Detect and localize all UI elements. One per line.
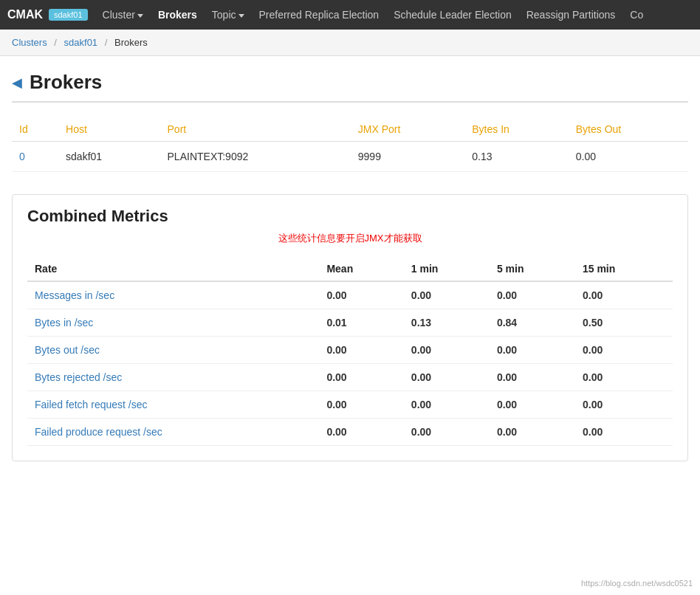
nav-reassign-partitions[interactable]: Reassign Partitions [521, 0, 622, 30]
metric-mean: 0.00 [319, 364, 403, 391]
metric-15min: 0.00 [575, 419, 673, 446]
caret-icon-topic [239, 14, 244, 18]
brokers-table-header-row: Id Host Port JMX Port Bytes In Bytes Out [12, 117, 688, 142]
main-content: ◀ Brokers Id Host Port JMX Port Bytes In… [0, 56, 700, 476]
metric-name: Bytes in /sec [27, 309, 319, 337]
metric-5min: 0.00 [490, 364, 575, 391]
list-item: Failed produce request /sec 0.00 0.00 0.… [27, 419, 673, 446]
metrics-notice: 这些统计信息要开启JMX才能获取 [27, 232, 673, 245]
col-header-bytes-out: Bytes Out [569, 117, 688, 142]
metric-name: Bytes rejected /sec [27, 364, 319, 391]
metrics-col-5min: 5 min [490, 257, 575, 281]
metric-5min: 0.00 [490, 419, 575, 446]
metric-1min: 0.00 [404, 281, 490, 309]
metrics-title: Combined Metrics [27, 207, 673, 226]
metric-mean: 0.01 [319, 309, 403, 337]
broker-host: sdakf01 [58, 142, 159, 172]
metric-mean: 0.00 [319, 281, 403, 309]
breadcrumb-sep-1: / [54, 37, 57, 48]
metrics-col-1min: 1 min [404, 257, 490, 281]
metric-5min: 0.84 [490, 309, 575, 337]
breadcrumb-sep-2: / [105, 37, 108, 48]
breadcrumb-cluster-name[interactable]: sdakf01 [64, 37, 98, 48]
broker-id: 0 [12, 142, 58, 172]
list-item: Messages in /sec 0.00 0.00 0.00 0.00 [27, 281, 673, 309]
metric-mean: 0.00 [319, 419, 403, 446]
breadcrumb: Clusters / sdakf01 / Brokers [0, 30, 700, 56]
metric-1min: 0.00 [404, 364, 490, 391]
metric-1min: 0.00 [404, 419, 490, 446]
metric-name: Messages in /sec [27, 281, 319, 309]
metric-mean: 0.00 [319, 391, 403, 419]
metrics-section: Combined Metrics 这些统计信息要开启JMX才能获取 Rate M… [12, 194, 688, 461]
caret-icon [137, 14, 143, 18]
nav-brokers[interactable]: Brokers [152, 0, 203, 30]
metric-name: Failed produce request /sec [27, 419, 319, 446]
metrics-col-15min: 15 min [575, 257, 673, 281]
metric-name: Failed fetch request /sec [27, 391, 319, 419]
brand-label: CMAK [7, 8, 43, 21]
col-header-host: Host [58, 117, 159, 142]
list-item: Failed fetch request /sec 0.00 0.00 0.00… [27, 391, 673, 419]
nav-cluster[interactable]: Cluster [97, 0, 149, 30]
broker-jmx-port: 9999 [351, 142, 464, 172]
col-header-bytes-in: Bytes In [464, 117, 569, 142]
metric-1min: 0.00 [404, 337, 490, 364]
col-header-id: Id [12, 117, 58, 142]
list-item: Bytes out /sec 0.00 0.00 0.00 0.00 [27, 337, 673, 364]
nav-topic[interactable]: Topic [206, 0, 250, 30]
cluster-badge[interactable]: sdakf01 [49, 9, 88, 21]
metrics-col-rate: Rate [27, 257, 319, 281]
col-header-jmx-port: JMX Port [351, 117, 464, 142]
list-item: Bytes rejected /sec 0.00 0.00 0.00 0.00 [27, 364, 673, 391]
table-row: 0 sdakf01 PLAINTEXT:9092 9999 0.13 0.00 [12, 142, 688, 172]
heading-arrow-icon: ◀ [12, 75, 22, 91]
metric-1min: 0.00 [404, 391, 490, 419]
brokers-table: Id Host Port JMX Port Bytes In Bytes Out… [12, 117, 688, 172]
metric-5min: 0.00 [490, 391, 575, 419]
brokers-heading: ◀ Brokers [12, 56, 688, 103]
nav-schedule-leader[interactable]: Schedule Leader Election [388, 0, 518, 30]
metrics-header-row: Rate Mean 1 min 5 min 15 min [27, 257, 673, 281]
page-title: Brokers [30, 71, 102, 94]
metric-15min: 0.00 [575, 281, 673, 309]
broker-port: PLAINTEXT:9092 [160, 142, 351, 172]
nav-co[interactable]: Co [624, 0, 649, 30]
broker-bytes-in: 0.13 [464, 142, 569, 172]
metric-5min: 0.00 [490, 281, 575, 309]
nav-preferred-replica[interactable]: Preferred Replica Election [253, 0, 385, 30]
navbar: CMAK sdakf01 Cluster Brokers Topic Prefe… [0, 0, 700, 30]
broker-bytes-out: 0.00 [569, 142, 688, 172]
metric-15min: 0.00 [575, 391, 673, 419]
breadcrumb-clusters[interactable]: Clusters [12, 37, 47, 48]
metric-mean: 0.00 [319, 337, 403, 364]
metric-15min: 0.00 [575, 364, 673, 391]
metric-name: Bytes out /sec [27, 337, 319, 364]
col-header-port: Port [160, 117, 351, 142]
metrics-col-mean: Mean [319, 257, 403, 281]
metric-5min: 0.00 [490, 337, 575, 364]
breadcrumb-current: Brokers [114, 37, 148, 48]
metric-15min: 0.50 [575, 309, 673, 337]
list-item: Bytes in /sec 0.01 0.13 0.84 0.50 [27, 309, 673, 337]
broker-id-link[interactable]: 0 [19, 151, 25, 162]
metrics-table: Rate Mean 1 min 5 min 15 min Messages in… [27, 257, 673, 446]
metric-1min: 0.13 [404, 309, 490, 337]
metric-15min: 0.00 [575, 337, 673, 364]
